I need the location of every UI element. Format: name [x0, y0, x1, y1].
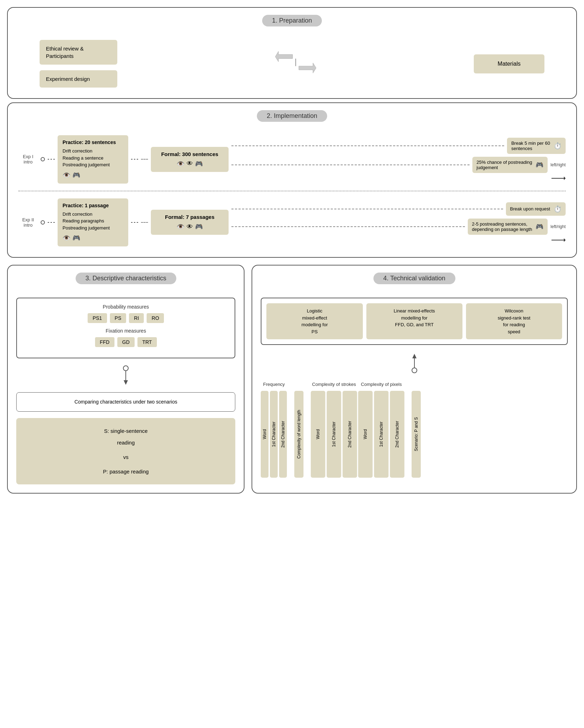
tech-inner-box: Logisticmixed-effectmodelling forPS Line… [261, 298, 568, 345]
scenario-group: Scenario: P and S [406, 379, 427, 478]
exp1-practice-icons: 👁️ 🎮 [63, 171, 123, 180]
exp1-dash3 [141, 159, 148, 160]
exp2-reading: Reading paragraphs [63, 217, 123, 225]
exp2-drift: Drift correction [63, 211, 123, 218]
freq-label: Frequency [263, 379, 285, 389]
materials-box: Materials [474, 54, 544, 73]
exp2-postreading-box: 2-5 postreading sentences,depending on p… [468, 219, 548, 235]
exp1-postreading: Postreading judgement [63, 161, 123, 168]
exp2-practice-box: Practice: 1 passage Drift correction Rea… [58, 198, 128, 247]
strokes-word-col: Word [311, 391, 325, 478]
exp2-practice-title: Practice: 1 passage [63, 202, 123, 209]
scenario-vs-text: vs [23, 451, 228, 463]
exp1-reading: Reading a sentence [63, 155, 123, 162]
exp1-right-top: Break 5 min per 60sentences ⏱️ [231, 138, 566, 154]
fix-tag-trt: TRT [137, 337, 157, 347]
exp1-label: Exp I intro [18, 154, 38, 165]
eye-dot2-icon: 👁 [187, 223, 193, 231]
exp1-leftright: left/right [550, 162, 566, 167]
experiment-design-text: Experiment design [46, 76, 90, 82]
impl-label: 2. Implementation [257, 110, 327, 122]
exp2-break-box: Break upon request ⏱️ [506, 202, 566, 216]
freq-1st-col: 1st Character [270, 391, 278, 478]
fix-tags-row: FFD GD TRT [23, 337, 229, 347]
pixels-2nd-col: 2nd Character [390, 391, 405, 478]
bottom-sections: 3. Descriptive characteristics Probabili… [7, 265, 577, 494]
exp1-postreading-box: 25% chance of postreadingjudgement 🎮 [472, 157, 548, 173]
gamepad6-icon: 🎮 [536, 223, 543, 231]
tech-validation-section: 4. Technical validation Logisticmixed-ef… [252, 265, 577, 494]
svg-point-7 [123, 366, 128, 371]
exp1-break-text: Break 5 min per 60sentences [511, 141, 550, 151]
exp1-connector [41, 157, 45, 161]
eye-arrow2-icon: 👁️ [177, 223, 184, 231]
desc-label: 3. Descriptive characteristics [76, 273, 176, 284]
svg-marker-6 [564, 238, 566, 242]
desc-inner-box: Probability measures PS1 PS RI RO Fixati… [16, 298, 235, 358]
exp1-dash2 [131, 159, 138, 160]
gamepad4-icon: 🎮 [72, 233, 80, 243]
exp2-arrow-right [231, 238, 566, 243]
prep-label: 1. Preparation [262, 15, 322, 26]
tech-arrow-up [261, 352, 568, 373]
columns-visualization: Frequency Word 1st Character 2nd Charact… [261, 379, 568, 478]
scenarios-box: S: single-sentencereading vs P: passage … [16, 418, 235, 484]
wordlen-group: Complexity of word length [288, 379, 309, 478]
timer-icon: ⏱️ [554, 142, 561, 150]
fix-tag-gd: GD [117, 337, 135, 347]
exp2-formal-box: Formal: 7 passages 👁️ 👁 🎮 [151, 210, 229, 235]
double-arrows-icon [275, 50, 317, 78]
comparing-text: Comparing characteristics under two scen… [75, 399, 177, 405]
tech-model-logistic: Logisticmixed-effectmodelling forPS [266, 303, 362, 339]
materials-text: Materials [498, 61, 521, 67]
exp1-dashed-line [231, 145, 504, 146]
exp1-practice-box: Practice: 20 sentences Drift correction … [58, 135, 128, 184]
exp2-practice-icons: 👁️ 🎮 [63, 233, 123, 243]
eye-red2-icon: 👁️ [63, 233, 70, 243]
exp1-dash1 [48, 159, 55, 160]
tech-wilcoxon-text: Wilcoxonsigned-rank testfor readingspeed [498, 308, 531, 334]
exp2-formal-icons: 👁️ 👁 🎮 [157, 223, 222, 231]
strokes-cols: Word 1st Character 2nd Character [311, 391, 357, 478]
strokes-2nd-col: 2nd Character [343, 391, 357, 478]
eye-arrow-icon: 👁️ [177, 160, 184, 168]
prep-left-boxes: Ethical review &Participants Experiment … [40, 40, 117, 88]
exp1-practice-title: Practice: 20 sentences [63, 139, 123, 146]
pixels-cols: Word 1st Character 2nd Character [358, 391, 404, 478]
exp2-right-col: Break upon request ⏱️ 2-5 postreading se… [231, 202, 566, 243]
exp1-dashed-line2 [231, 165, 470, 165]
desc-arrow-down [16, 365, 235, 387]
exp2-dashed-line [231, 209, 503, 209]
prob-tag-ri: RI [129, 313, 144, 323]
tech-linear-text: Linear mixed-effectsmodelling forFFD, GD… [394, 308, 435, 327]
scenario-p-text: P: passage reading [23, 466, 228, 477]
exp2-dashed-line2 [231, 226, 465, 227]
gamepad2-icon: 🎮 [195, 160, 203, 168]
exp1-arrow-right [231, 176, 566, 181]
exp2-label: Exp II intro [18, 217, 38, 228]
exp2-postreading-text: 2-5 postreading sentences,depending on p… [472, 221, 532, 232]
svg-marker-4 [564, 177, 566, 180]
svg-marker-1 [299, 63, 316, 73]
eye-red-icon: 👁️ [63, 171, 70, 180]
pixels-word-col: Word [358, 391, 373, 478]
svg-marker-12 [412, 354, 417, 358]
implementation-section: 2. Implementation Exp I intro Practice: … [7, 102, 577, 258]
exp1-right-col: Break 5 min per 60sentences ⏱️ 25% chanc… [231, 138, 566, 181]
exp2-break-text: Break upon request [510, 206, 550, 211]
exp1-formal-box: Formal: 300 sentences 👁️ 👁 🎮 [151, 147, 229, 172]
exp1-break-box: Break 5 min per 60sentences ⏱️ [507, 138, 566, 154]
exp1-postreading-text: 25% chance of postreadingjudgement [477, 160, 532, 170]
exp2-dash2 [131, 222, 138, 223]
scenario-s-text: S: single-sentencereading [23, 425, 228, 448]
exp1-right-arrow-icon [551, 176, 566, 181]
exp2-dash1 [48, 222, 55, 223]
preparation-section: 1. Preparation Ethical review &Participa… [7, 7, 577, 99]
up-arrow-icon [409, 352, 420, 373]
exp1-drift: Drift correction [63, 148, 123, 155]
tech-model-wilcoxon: Wilcoxonsigned-rank testfor readingspeed [466, 303, 562, 339]
eye-dot-icon: 👁 [187, 160, 193, 167]
svg-marker-0 [275, 51, 293, 61]
strokes-group: Complexity of strokes Word 1st Character… [311, 379, 357, 478]
experiment-design-box: Experiment design [40, 70, 117, 88]
